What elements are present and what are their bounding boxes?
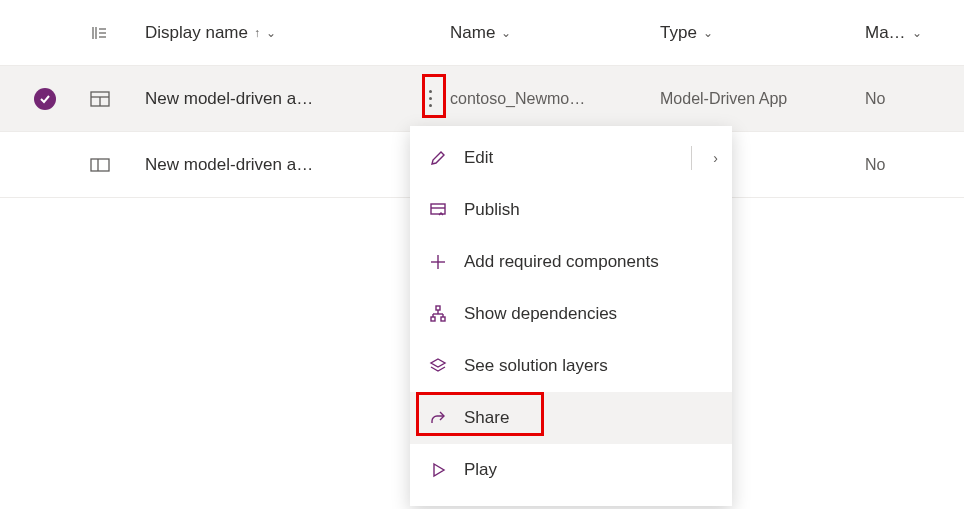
column-row-type-icon [90, 24, 145, 42]
svg-marker-22 [434, 464, 444, 476]
cell-display-name: New model-driven a… [145, 89, 402, 109]
menu-item-publish-label: Publish [464, 200, 520, 220]
chevron-down-icon: ⌄ [703, 26, 713, 40]
share-icon [428, 408, 448, 428]
column-header-type[interactable]: Type ⌄ [660, 23, 865, 43]
row-context-menu: Edit › Publish Add required components S… [410, 126, 732, 506]
tile-icon [90, 158, 110, 172]
menu-item-play[interactable]: Play [410, 444, 732, 496]
row-selected-check-icon[interactable] [34, 88, 56, 110]
menu-item-play-label: Play [464, 460, 497, 480]
svg-rect-15 [431, 317, 435, 321]
svg-rect-14 [436, 306, 440, 310]
column-header-name-label: Name [450, 23, 495, 43]
menu-item-share[interactable]: Share [410, 392, 732, 444]
hierarchy-icon [428, 304, 448, 324]
column-header-managed-label: Ma… [865, 23, 906, 43]
layers-icon [428, 356, 448, 376]
svg-rect-8 [91, 159, 109, 171]
pencil-icon [428, 148, 448, 168]
column-header-display-name[interactable]: Display name ↑ ⌄ [145, 23, 410, 43]
menu-item-show-dependencies-label: Show dependencies [464, 304, 617, 324]
menu-item-solution-layers[interactable]: See solution layers [410, 340, 732, 392]
menu-item-share-label: Share [464, 408, 509, 428]
menu-item-add-required-label: Add required components [464, 252, 659, 272]
cell-name: contoso_Newmo… [450, 90, 652, 108]
svg-rect-16 [441, 317, 445, 321]
plus-icon [428, 252, 448, 272]
list-settings-icon [90, 24, 108, 42]
publish-icon [428, 200, 448, 220]
column-header-type-label: Type [660, 23, 697, 43]
menu-divider [691, 146, 692, 170]
form-icon [90, 91, 110, 107]
menu-item-edit-label: Edit [464, 148, 493, 168]
column-header-name[interactable]: Name ⌄ [450, 23, 660, 43]
cell-type: Model-Driven App [660, 90, 857, 108]
sort-ascending-icon: ↑ [254, 26, 260, 40]
menu-item-edit[interactable]: Edit › [410, 132, 732, 184]
play-icon [428, 460, 448, 480]
svg-marker-21 [431, 359, 445, 367]
grid-header-row: Display name ↑ ⌄ Name ⌄ Type ⌄ Ma… ⌄ [0, 0, 964, 66]
chevron-down-icon: ⌄ [501, 26, 511, 40]
column-header-managed[interactable]: Ma… ⌄ [865, 23, 964, 43]
menu-item-solution-layers-label: See solution layers [464, 356, 608, 376]
menu-item-add-required[interactable]: Add required components [410, 236, 732, 288]
svg-rect-10 [431, 204, 445, 214]
cell-managed: No [865, 90, 956, 108]
cell-display-name: New model-driven a… [145, 155, 402, 175]
chevron-right-icon[interactable]: › [713, 150, 718, 166]
menu-item-publish[interactable]: Publish [410, 184, 732, 236]
column-header-display-name-label: Display name [145, 23, 248, 43]
chevron-down-icon: ⌄ [266, 26, 276, 40]
cell-managed: No [865, 156, 956, 174]
chevron-down-icon: ⌄ [912, 26, 922, 40]
row-actions-button[interactable] [419, 84, 441, 114]
menu-item-show-dependencies[interactable]: Show dependencies [410, 288, 732, 340]
table-row[interactable]: New model-driven a… contoso_Newmo… Model… [0, 66, 964, 132]
